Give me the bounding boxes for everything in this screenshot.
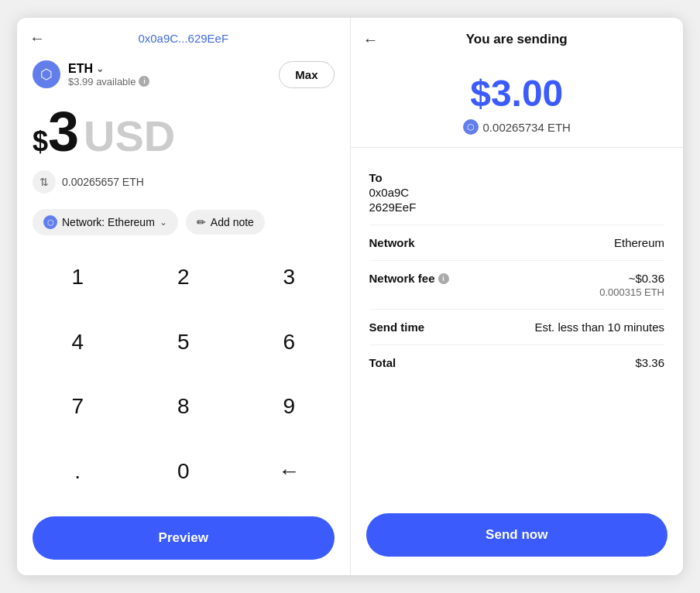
sending-usd-amount: $3.00 (470, 72, 563, 115)
bottom-options: ⬡ Network: Ethereum ⌄ ✏ Add note (17, 203, 350, 245)
pencil-icon: ✏ (197, 216, 206, 228)
network-value: Ethereum (614, 236, 664, 249)
eth-equivalent-text: 0.00265657 ETH (62, 176, 144, 188)
details-section: To 0x0a9C 2629EeF Network Ethereum Netwo… (351, 148, 684, 501)
wallet-address-left[interactable]: 0x0a9C...629EeF (138, 32, 228, 45)
info-icon: i (139, 76, 149, 87)
to-address-line2: 2629EeF (369, 201, 417, 214)
back-arrow-right[interactable]: ← (363, 31, 379, 49)
numpad: 1 2 3 4 5 6 7 8 9 . 0 ← (17, 245, 350, 504)
total-label: Total (369, 356, 396, 369)
key-9[interactable]: 9 (236, 375, 342, 440)
token-info: ⬡ ETH ⌄ $3.99 available i (33, 60, 149, 88)
to-label-col: To 0x0a9C 2629EeF (369, 171, 417, 214)
token-name[interactable]: ETH ⌄ (68, 62, 149, 76)
back-arrow-left[interactable]: ← (29, 29, 45, 47)
amount-display: $ 3 USD (17, 94, 350, 166)
key-0[interactable]: 0 (131, 439, 237, 504)
preview-button[interactable]: Preview (33, 516, 335, 560)
total-row: Total $3.36 (369, 345, 665, 380)
left-panel: ← 0x0a9C...629EeF ⬡ ETH ⌄ $3.99 availabl… (17, 18, 351, 575)
key-7[interactable]: 7 (25, 375, 131, 440)
dollar-sign: $ (33, 125, 48, 158)
max-button[interactable]: Max (279, 61, 334, 88)
network-button[interactable]: ⬡ Network: Ethereum ⌄ (33, 209, 178, 235)
add-note-label: Add note (211, 216, 254, 228)
amount-number: 3 (48, 104, 79, 159)
key-2[interactable]: 2 (131, 245, 237, 310)
fee-label: Network fee (369, 272, 435, 285)
sending-amount-section: $3.00 ⬡ 0.00265734 ETH (351, 57, 684, 148)
fee-value-col: ~$0.36 0.000315 ETH (599, 272, 664, 298)
fee-usd-value: ~$0.36 (599, 272, 664, 285)
eth-icon: ⬡ (33, 60, 60, 88)
token-available: $3.99 available i (68, 76, 149, 87)
right-panel: ← You are sending $3.00 ⬡ 0.00265734 ETH… (351, 18, 684, 575)
key-dot[interactable]: . (25, 439, 131, 504)
network-chevron: ⌄ (160, 217, 167, 228)
network-row: Network Ethereum (369, 225, 665, 261)
token-text: ETH ⌄ $3.99 available i (68, 62, 149, 87)
fee-info-icon[interactable]: i (438, 273, 449, 284)
sending-eth-icon: ⬡ (463, 119, 479, 135)
key-backspace[interactable]: ← (236, 439, 342, 504)
network-eth-icon: ⬡ (43, 215, 57, 229)
to-address-line1: 0x0a9C (369, 186, 417, 199)
to-row: To 0x0a9C 2629EeF (369, 160, 665, 225)
sending-eth-amount: 0.00265734 ETH (483, 121, 571, 134)
send-time-row: Send time Est. less than 10 minutes (369, 310, 665, 345)
sending-eth-row: ⬡ 0.00265734 ETH (463, 119, 571, 135)
right-title: You are sending (466, 32, 568, 47)
left-header: ← 0x0a9C...629EeF (17, 18, 350, 54)
eth-equivalent-row: ⇅ 0.00265657 ETH (17, 166, 350, 203)
token-chevron: ⌄ (96, 63, 104, 74)
to-label: To (369, 171, 417, 184)
send-now-button[interactable]: Send now (366, 513, 668, 557)
fee-label-container: Network fee i (369, 272, 449, 285)
send-time-label: Send time (369, 320, 425, 334)
key-4[interactable]: 4 (25, 310, 131, 375)
right-header: ← You are sending (351, 18, 684, 57)
send-now-container: Send now (351, 501, 684, 575)
token-row: ⬡ ETH ⌄ $3.99 available i Max (17, 54, 350, 94)
swap-icon[interactable]: ⇅ (33, 170, 56, 194)
send-time-value: Est. less than 10 minutes (534, 320, 664, 334)
fee-eth-value: 0.000315 ETH (599, 286, 664, 298)
key-8[interactable]: 8 (131, 375, 237, 440)
total-value: $3.36 (635, 356, 664, 369)
key-1[interactable]: 1 (25, 245, 131, 310)
fee-row: Network fee i ~$0.36 0.000315 ETH (369, 261, 665, 310)
key-3[interactable]: 3 (236, 245, 342, 310)
network-label: Network (369, 236, 415, 249)
add-note-button[interactable]: ✏ Add note (186, 210, 265, 235)
preview-btn-container: Preview (17, 504, 350, 575)
key-6[interactable]: 6 (236, 310, 342, 375)
key-5[interactable]: 5 (131, 310, 237, 375)
network-label: Network: Ethereum (62, 216, 155, 228)
amount-currency: USD (84, 115, 175, 158)
